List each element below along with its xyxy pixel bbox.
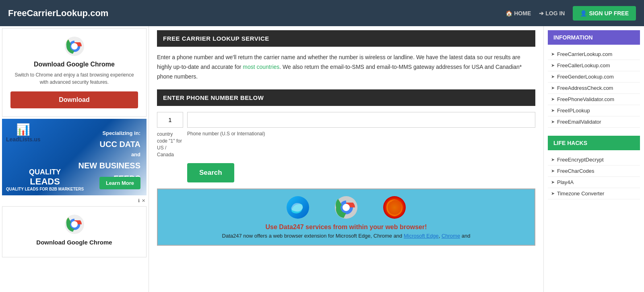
life-hack-link-3[interactable]: Play4A xyxy=(557,179,574,185)
life-hacks-header: LIFE HACKS xyxy=(548,136,640,150)
svg-point-5 xyxy=(71,221,78,228)
country-code-label: country code "1" for US / Canada xyxy=(157,131,183,158)
info-link-item-5: ➤ FreePhoneValidator.com xyxy=(548,94,640,105)
country-code-input[interactable] xyxy=(157,112,183,128)
life-hacks-list: ➤ FreeEncryptDecrypt ➤ FreeCharCodes ➤ P… xyxy=(548,152,640,201)
browser-banner: Use Data247 services from within your we… xyxy=(157,188,535,246)
life-hack-link-2[interactable]: FreeCharCodes xyxy=(557,168,594,174)
service-title-header: FREE CARRIER LOOKUP SERVICE xyxy=(157,30,535,47)
lead-logo: 📊 LeadLists.us xyxy=(6,123,41,143)
lh-arrow-1: ➤ xyxy=(551,157,555,162)
chrome-ad-1-desc: Switch to Chrome and enjoy a fast browsi… xyxy=(10,71,138,86)
home-icon: 🏠 xyxy=(506,10,512,17)
most-countries-link[interactable]: most countries xyxy=(243,64,279,70)
info-link-2[interactable]: FreeCallerLookup.com xyxy=(557,62,610,68)
life-hack-link-1[interactable]: FreeEncryptDecrypt xyxy=(557,157,604,163)
firefox-icon xyxy=(382,195,407,220)
header-nav: 🏠 HOME ➔ LOG IN 👤 SIGN UP FREE xyxy=(506,6,636,21)
info-link-item-1: ➤ FreeCarrierLookup.com xyxy=(548,49,640,60)
chrome-ad-1: Download Google Chrome Switch to Chrome … xyxy=(2,28,147,117)
info-link-item-4: ➤ FreeAddressCheck.com xyxy=(548,83,640,94)
left-sidebar: Download Google Chrome Switch to Chrome … xyxy=(0,26,149,292)
chrome-link[interactable]: Chrome xyxy=(442,233,460,239)
arrow-icon-1: ➤ xyxy=(551,52,555,57)
lead-line2: and xyxy=(8,151,140,159)
phone-number-input[interactable] xyxy=(187,112,535,128)
arrow-icon-2: ➤ xyxy=(551,63,555,68)
main-content: FREE CARRIER LOOKUP SERVICE Enter a phon… xyxy=(149,26,543,292)
phone-number-label: Phone number (U.S or International) xyxy=(187,131,535,158)
input-labels: country code "1" for US / Canada Phone n… xyxy=(157,131,535,158)
person-icon: 👤 xyxy=(580,10,587,17)
chrome-ad-2: Download Google Chrome xyxy=(2,206,147,257)
chrome-icon-1 xyxy=(64,37,85,57)
info-link-6[interactable]: FreeIPLookup xyxy=(557,108,590,114)
arrow-icon-6: ➤ xyxy=(551,108,555,113)
microsoft-edge-link[interactable]: Microsoft Edge xyxy=(404,233,439,239)
signup-button[interactable]: 👤 SIGN UP FREE xyxy=(573,6,636,21)
phone-section-title: ENTER PHONE NUMBER BELOW xyxy=(163,94,264,101)
svg-point-9 xyxy=(343,204,350,211)
download-chrome-button-1[interactable]: Download xyxy=(10,91,138,108)
life-hack-item-3: ➤ Play4A xyxy=(548,177,640,188)
lh-arrow-3: ➤ xyxy=(551,180,555,185)
login-icon: ➔ xyxy=(539,10,544,17)
info-link-item-6: ➤ FreeIPLookup xyxy=(548,105,640,116)
lead-ad: 📊 LeadLists.us Specializing in: UCC DATA… xyxy=(2,119,147,195)
browser-icons xyxy=(164,195,528,220)
life-hack-item-2: ➤ FreeCharCodes xyxy=(548,166,640,177)
banner-text-red: Use Data247 services from within your we… xyxy=(164,224,528,231)
phone-section: ENTER PHONE NUMBER BELOW country code "1… xyxy=(157,89,535,182)
lead-quality: QUALITY xyxy=(6,168,84,176)
arrow-icon-3: ➤ xyxy=(551,74,555,79)
service-title-text: FREE CARRIER LOOKUP SERVICE xyxy=(163,35,269,42)
info-link-1[interactable]: FreeCarrierLookup.com xyxy=(557,51,612,57)
arrow-icon-4: ➤ xyxy=(551,85,555,91)
info-link-3[interactable]: FreeGenderLookup.com xyxy=(557,74,614,80)
chrome-icon-banner xyxy=(334,195,358,220)
chrome-ad-1-title: Download Google Chrome xyxy=(10,61,138,68)
lead-leads: LEADS xyxy=(6,176,84,187)
info-link-item-3: ➤ FreeGenderLookup.com xyxy=(548,71,640,83)
login-link[interactable]: ➔ LOG IN xyxy=(539,10,565,17)
right-sidebar: INFORMATION ➤ FreeCarrierLookup.com ➤ Fr… xyxy=(543,26,644,292)
chrome-icon-2 xyxy=(64,215,85,235)
lead-logo-text: LeadLists.us xyxy=(6,136,41,143)
life-hack-item-1: ➤ FreeEncryptDecrypt xyxy=(548,154,640,166)
life-hack-item-4: ➤ Timezone Converter xyxy=(548,188,640,199)
search-button[interactable]: Search xyxy=(187,163,234,182)
learn-more-button[interactable]: Learn More xyxy=(99,177,140,189)
info-header: INFORMATION xyxy=(548,30,640,45)
info-link-7[interactable]: FreeEmailValidator xyxy=(557,119,601,125)
arrow-icon-7: ➤ xyxy=(551,119,555,124)
site-logo: FreeCarrierLookup.com xyxy=(8,8,108,19)
page-layout: Download Google Chrome Switch to Chrome … xyxy=(0,26,644,292)
info-link-item-7: ➤ FreeEmailValidator xyxy=(548,116,640,128)
lh-arrow-4: ➤ xyxy=(551,191,555,196)
ad-close-icon[interactable]: ✕ xyxy=(142,198,145,203)
banner-text-dark: Data247 now offers a web browser extensi… xyxy=(164,233,528,239)
phone-section-header: ENTER PHONE NUMBER BELOW xyxy=(157,89,535,106)
phone-input-row xyxy=(157,112,535,128)
info-link-item-2: ➤ FreeCallerLookup.com xyxy=(548,60,640,71)
arrow-icon-5: ➤ xyxy=(551,97,555,102)
lh-arrow-2: ➤ xyxy=(551,168,555,174)
lead-subtitle: QUALITY LEADS FOR B2B MARKETERS xyxy=(6,187,84,191)
ad-controls: ℹ ✕ xyxy=(0,197,149,204)
header: FreeCarrierLookup.com 🏠 HOME ➔ LOG IN 👤 … xyxy=(0,0,644,26)
info-link-4[interactable]: FreeAddressCheck.com xyxy=(557,85,613,91)
chrome-ad-2-title: Download Google Chrome xyxy=(10,239,138,246)
info-links-list: ➤ FreeCarrierLookup.com ➤ FreeCallerLook… xyxy=(548,47,640,130)
svg-point-2 xyxy=(71,43,78,50)
info-link-5[interactable]: FreePhoneValidator.com xyxy=(557,96,614,102)
edge-icon xyxy=(286,195,310,220)
home-link[interactable]: 🏠 HOME xyxy=(506,10,531,17)
ad-info-icon[interactable]: ℹ xyxy=(138,198,140,203)
service-description: Enter a phone number and we'll return th… xyxy=(157,53,535,81)
life-hack-link-4[interactable]: Timezone Converter xyxy=(557,191,604,197)
